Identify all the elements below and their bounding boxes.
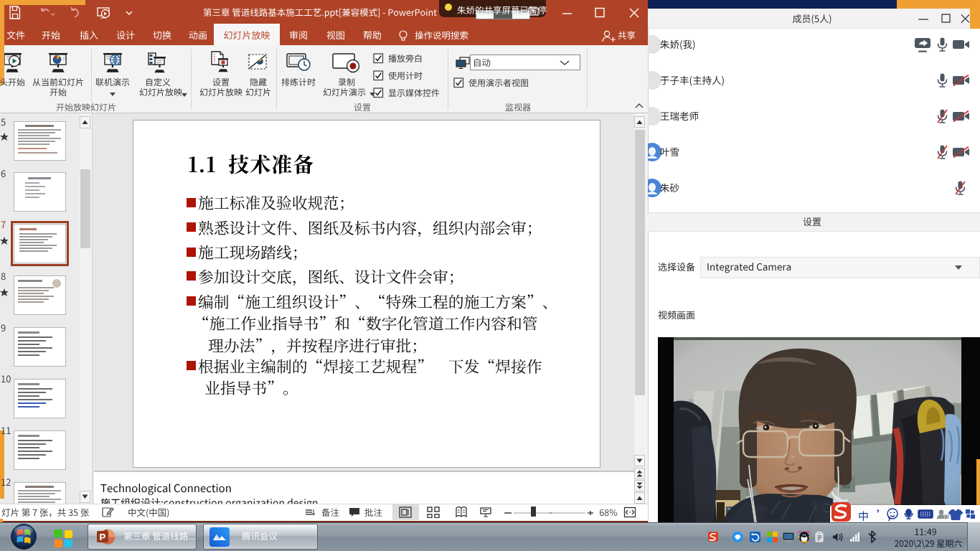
svg-text:P: P	[100, 532, 106, 542]
